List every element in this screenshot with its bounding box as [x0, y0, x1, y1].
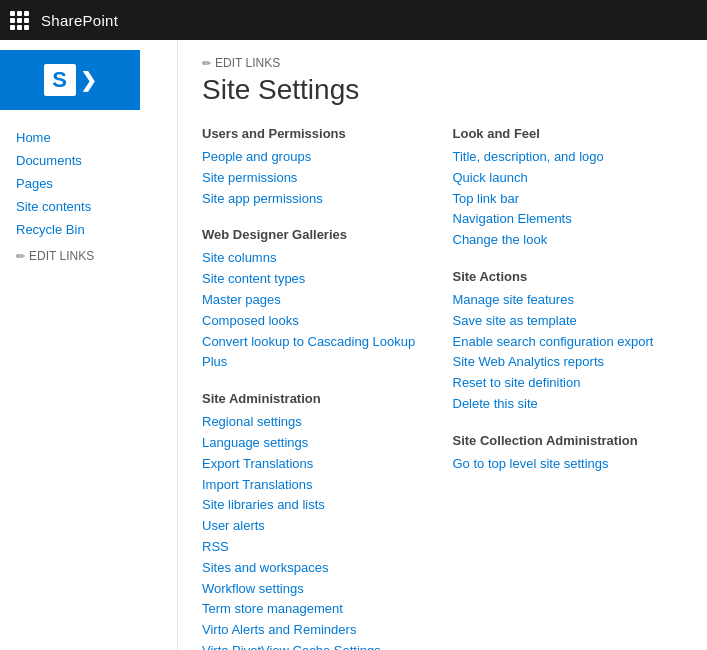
content-area: ✏ EDIT LINKS Site Settings Users and Per… — [178, 40, 707, 650]
sidebar: S ❯ Home Documents Pages Site contents R… — [0, 40, 178, 650]
link-title-description-logo[interactable]: Title, description, and logo — [453, 147, 684, 168]
link-site-columns[interactable]: Site columns — [202, 248, 433, 269]
app-title: SharePoint — [41, 12, 118, 29]
link-site-content-types[interactable]: Site content types — [202, 269, 433, 290]
link-save-site-template[interactable]: Save site as template — [453, 311, 684, 332]
top-navigation-bar: SharePoint — [0, 0, 707, 40]
sidebar-edit-links[interactable]: ✏ EDIT LINKS — [0, 241, 177, 271]
header-edit-links-label: EDIT LINKS — [215, 56, 280, 70]
pencil-icon: ✏ — [16, 250, 25, 263]
section-title-site-collection-admin: Site Collection Administration — [453, 433, 684, 448]
link-enable-search-config[interactable]: Enable search configuration export — [453, 332, 684, 353]
section-title-web-designer: Web Designer Galleries — [202, 227, 433, 242]
section-title-site-admin: Site Administration — [202, 391, 433, 406]
link-virto-alerts[interactable]: Virto Alerts and Reminders — [202, 620, 433, 641]
link-user-alerts[interactable]: User alerts — [202, 516, 433, 537]
sidebar-item-site-contents[interactable]: Site contents — [0, 195, 177, 218]
link-navigation-elements[interactable]: Navigation Elements — [453, 209, 684, 230]
page-title: Site Settings — [202, 74, 683, 106]
main-container: S ❯ Home Documents Pages Site contents R… — [0, 40, 707, 650]
site-logo: S ❯ — [0, 50, 140, 110]
link-site-libraries-lists[interactable]: Site libraries and lists — [202, 495, 433, 516]
link-site-app-permissions[interactable]: Site app permissions — [202, 189, 433, 210]
logo-s-letter: S — [44, 64, 76, 96]
link-rss[interactable]: RSS — [202, 537, 433, 558]
header-edit-links[interactable]: ✏ EDIT LINKS — [202, 56, 683, 70]
link-change-look[interactable]: Change the look — [453, 230, 684, 251]
sidebar-item-recycle-bin[interactable]: Recycle Bin — [0, 218, 177, 241]
section-title-site-actions: Site Actions — [453, 269, 684, 284]
sidebar-edit-links-label: EDIT LINKS — [29, 249, 94, 263]
link-export-translations[interactable]: Export Translations — [202, 454, 433, 475]
settings-column-1: Users and Permissions People and groups … — [202, 126, 453, 650]
sidebar-item-home[interactable]: Home — [0, 126, 177, 149]
section-title-look-feel: Look and Feel — [453, 126, 684, 141]
sidebar-item-pages[interactable]: Pages — [0, 172, 177, 195]
link-manage-site-features[interactable]: Manage site features — [453, 290, 684, 311]
link-delete-site[interactable]: Delete this site — [453, 394, 684, 415]
settings-column-2: Look and Feel Title, description, and lo… — [453, 126, 684, 650]
link-workflow-settings[interactable]: Workflow settings — [202, 579, 433, 600]
link-people-groups[interactable]: People and groups — [202, 147, 433, 168]
link-virto-pivotview[interactable]: Virto PivotView Cache Settings Manager — [202, 641, 433, 650]
logo-arrow: ❯ — [80, 68, 97, 92]
link-convert-lookup[interactable]: Convert lookup to Cascading Lookup Plus — [202, 332, 433, 374]
sidebar-navigation: Home Documents Pages Site contents Recyc… — [0, 126, 177, 241]
link-import-translations[interactable]: Import Translations — [202, 475, 433, 496]
sidebar-item-documents[interactable]: Documents — [0, 149, 177, 172]
link-term-store[interactable]: Term store management — [202, 599, 433, 620]
link-site-web-analytics[interactable]: Site Web Analytics reports — [453, 352, 684, 373]
link-reset-site-definition[interactable]: Reset to site definition — [453, 373, 684, 394]
link-quick-launch[interactable]: Quick launch — [453, 168, 684, 189]
link-sites-workspaces[interactable]: Sites and workspaces — [202, 558, 433, 579]
waffle-menu-icon[interactable] — [10, 11, 29, 30]
link-go-to-top-level-settings[interactable]: Go to top level site settings — [453, 454, 684, 475]
settings-grid: Users and Permissions People and groups … — [202, 126, 683, 650]
section-title-users: Users and Permissions — [202, 126, 433, 141]
link-regional-settings[interactable]: Regional settings — [202, 412, 433, 433]
link-master-pages[interactable]: Master pages — [202, 290, 433, 311]
header-pencil-icon: ✏ — [202, 57, 211, 70]
link-top-link-bar[interactable]: Top link bar — [453, 189, 684, 210]
link-language-settings[interactable]: Language settings — [202, 433, 433, 454]
link-site-permissions[interactable]: Site permissions — [202, 168, 433, 189]
link-composed-looks[interactable]: Composed looks — [202, 311, 433, 332]
